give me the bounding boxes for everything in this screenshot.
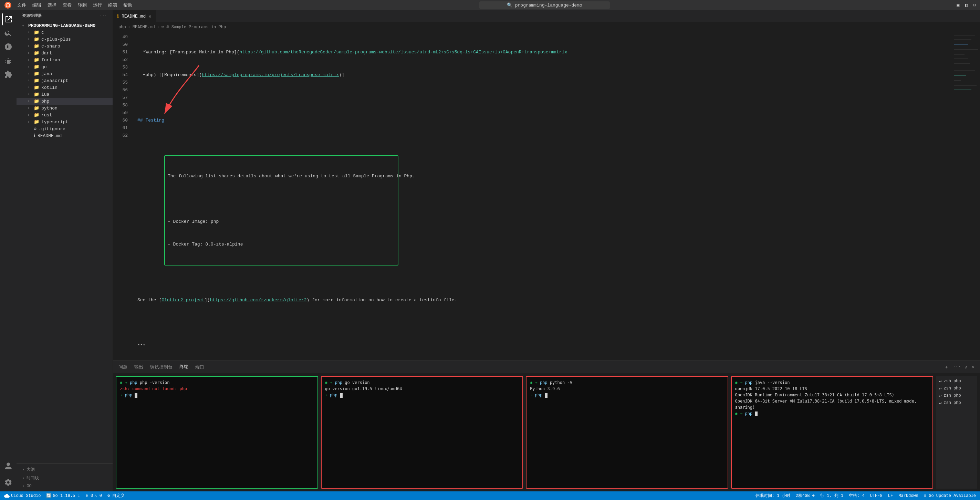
sidebar-more-icon[interactable]: ··· (100, 14, 107, 18)
tab-close-button[interactable]: ✕ (148, 13, 151, 19)
tree-root[interactable]: ▾ PROGRAMMING-LANGUAGE-DEMO (16, 22, 113, 29)
status-encoding[interactable]: UTF-8 (870, 494, 883, 498)
add-terminal-icon[interactable]: ＋ (944, 364, 949, 370)
tree-item-readme[interactable]: ℹ README.md (16, 132, 113, 139)
terminal-list-item-3[interactable]: ↵ zsh php (936, 392, 977, 399)
extensions-icon[interactable] (2, 68, 14, 81)
settings-icon[interactable] (2, 476, 14, 489)
chevron-right-icon: › (27, 86, 32, 89)
status-line-ending[interactable]: LF (888, 494, 893, 498)
terminal-line: → php (325, 392, 519, 398)
tree-item-go[interactable]: › 📁 go (16, 64, 113, 70)
tree-item-js[interactable]: › 📁 javascript (16, 77, 113, 84)
menu-goto[interactable]: 转到 (78, 2, 87, 8)
menu-help[interactable]: 帮助 (123, 2, 132, 8)
highlight-box-green: The following list shares details about … (164, 155, 398, 266)
panel-tab-output[interactable]: 输出 (134, 362, 143, 372)
breadcrumb-readme: README.md (132, 25, 155, 30)
svg-rect-7 (954, 58, 968, 59)
menu-view[interactable]: 查看 (63, 2, 72, 8)
panel-close-icon[interactable]: ✕ (972, 364, 975, 370)
menu-edit[interactable]: 编辑 (32, 2, 41, 8)
menu-terminal[interactable]: 终端 (108, 2, 117, 8)
tree-item-typescript[interactable]: › 📁 typescript (16, 118, 113, 125)
tree-item-label: dart (41, 51, 52, 56)
editor-content: 49 50 51 52 53 54 55 56 57 58 59 60 61 6… (113, 32, 980, 360)
tree-item-dart[interactable]: › 📁 dart (16, 49, 113, 56)
status-cloud-studio[interactable]: Cloud Studio (4, 493, 41, 498)
folder-icon: 📁 (34, 43, 39, 49)
tree-item-php[interactable]: › 📁 php (16, 98, 113, 105)
terminal-list: ↵ zsh php ↵ zsh php ↵ zsh php ↵ (936, 376, 977, 489)
panel-maximize-icon[interactable]: ∧ (965, 364, 967, 370)
status-position[interactable]: 行 1, 列 1 (820, 493, 843, 498)
svg-rect-10 (954, 75, 966, 76)
tree-item-java[interactable]: › 📁 java (16, 70, 113, 77)
titlebar-menu[interactable]: 文件 编辑 选择 查看 转到 运行 终端 帮助 (17, 2, 132, 8)
debug-icon[interactable] (2, 54, 14, 67)
explorer-icon[interactable] (2, 13, 14, 25)
status-customize[interactable]: ⚙ 自定义 (107, 493, 125, 498)
layout-icon[interactable]: ▣ (957, 2, 960, 8)
editor-text-area[interactable]: *Warning: [Transpose Matrix in Php](http… (132, 32, 953, 360)
tree-item-label: kotlin (41, 85, 57, 90)
panel-tab-debug[interactable]: 调试控制台 (150, 362, 172, 372)
account-icon[interactable] (2, 460, 14, 472)
tree-item-fortran[interactable]: › 📁 fortran (16, 56, 113, 64)
folder-icon: 📁 (34, 71, 39, 76)
sidebar-bottom: › 大纲 › 时间线 › GO (16, 463, 113, 491)
panel-more-icon[interactable]: ··· (953, 364, 961, 369)
status-errors[interactable]: ⊗ 0 △ 0 (86, 493, 102, 498)
layout-icon-2[interactable]: ◧ (965, 2, 967, 8)
terminal-line: ◉ → php java --version (735, 379, 929, 386)
tree-item-rust[interactable]: › 📁 rust (16, 111, 113, 118)
tree-item-label: c-sharp (41, 44, 60, 49)
breadcrumb-sep-2: › (157, 25, 159, 30)
go-section[interactable]: › GO (16, 482, 113, 490)
tree-item-csharp[interactable]: › 📁 c-sharp (16, 43, 113, 49)
go-label: GO (27, 484, 31, 489)
tree-item-cpp[interactable]: › 📁 c-plus-plus (16, 36, 113, 43)
tree-root-label: PROGRAMMING-LANGUAGE-DEMO (28, 23, 95, 28)
terminal-pane-3[interactable]: ◉ → php python -V Python 3.9.6 → php (526, 376, 728, 489)
terminal-list-item-1[interactable]: ↵ zsh php (936, 377, 977, 385)
tree-item-label: fortran (41, 57, 60, 63)
status-language[interactable]: Markdown (898, 494, 918, 498)
folder-icon: 📁 (34, 50, 39, 56)
timeline-section[interactable]: › 时间线 (16, 474, 113, 482)
tree-item-lua[interactable]: › 📁 lua (16, 91, 113, 98)
git-icon[interactable] (2, 41, 14, 53)
terminal-list-item-2[interactable]: ↵ zsh php (936, 385, 977, 392)
terminal-pane-1[interactable]: ◉ → php php -version zsh: command not fo… (116, 376, 318, 489)
tree-item-c[interactable]: › 📁 c (16, 29, 113, 36)
panel-tab-terminal[interactable]: 终端 (180, 361, 188, 372)
panel-tab-problems[interactable]: 问题 (118, 362, 127, 372)
tree-item-kotlin[interactable]: › 📁 kotlin (16, 84, 113, 91)
terminal-line: go version go1.19.5 linux/amd64 (325, 386, 519, 392)
activity-bar (0, 10, 16, 491)
tree-item-python[interactable]: › 📁 python (16, 105, 113, 111)
status-spaces[interactable]: 空格: 4 (849, 493, 865, 498)
panel-tab-ports[interactable]: 端口 (195, 362, 204, 372)
search-bar[interactable]: 🔍 programming-language-demo (479, 2, 610, 9)
outline-label: 大纲 (27, 467, 35, 473)
terminal-list-item-4[interactable]: ↵ zsh php (936, 399, 977, 406)
tree-item-gitignore[interactable]: ⚙ .gitignore (16, 125, 113, 132)
status-idle-time[interactable]: 休眠时间: 1 小时 (756, 493, 790, 498)
line-61: *** (137, 342, 953, 350)
status-go-version[interactable]: 🔄 Go 1.19.5 ↕ (46, 493, 80, 498)
status-update[interactable]: ⊕ Go Update Available (924, 493, 976, 498)
terminal-pane-2[interactable]: ◉ → php go version go version go1.19.5 l… (321, 376, 523, 489)
menu-select[interactable]: 选择 (48, 2, 56, 8)
layout-icon-3[interactable]: ⊟ (973, 2, 976, 8)
search-sidebar-icon[interactable] (2, 27, 14, 39)
tab-readme[interactable]: ℹ README.md ✕ (113, 10, 156, 22)
titlebar: 文件 编辑 选择 查看 转到 运行 终端 帮助 🔍 programming-la… (0, 0, 980, 10)
status-resources[interactable]: 2核4GB ⊕ (796, 493, 815, 498)
outline-section[interactable]: › 大纲 (16, 465, 113, 474)
menu-run[interactable]: 运行 (93, 2, 102, 8)
tree-item-label: php (41, 99, 49, 104)
terminal-pane-4[interactable]: ◉ → php java --version openjdk 17.0.5 20… (731, 376, 934, 489)
menu-file[interactable]: 文件 (17, 2, 26, 8)
line-53 (137, 140, 953, 147)
